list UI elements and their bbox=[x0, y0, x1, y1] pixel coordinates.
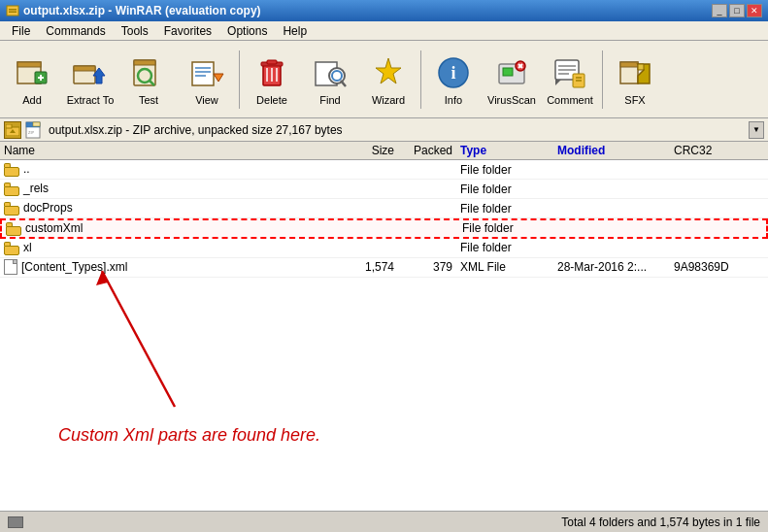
menu-bar: File Commands Tools Favorites Options He… bbox=[0, 21, 768, 41]
file-name: customXml bbox=[25, 221, 83, 235]
status-bar: Total 4 folders and 1,574 bytes in 1 fil… bbox=[0, 511, 768, 532]
svg-rect-12 bbox=[134, 60, 155, 65]
svg-line-57 bbox=[102, 271, 175, 407]
svg-rect-34 bbox=[503, 68, 513, 76]
svg-rect-22 bbox=[267, 60, 277, 64]
delete-label: Delete bbox=[256, 94, 287, 106]
table-row[interactable]: .. File folder bbox=[0, 160, 768, 180]
comment-icon bbox=[551, 53, 589, 92]
find-button[interactable]: Find bbox=[302, 47, 358, 113]
customxml-row[interactable]: customXml File folder bbox=[0, 218, 768, 239]
menu-favorites[interactable]: Favorites bbox=[156, 22, 219, 40]
delete-button[interactable]: Delete bbox=[244, 47, 300, 113]
file-name: _rels bbox=[23, 182, 49, 195]
menu-help[interactable]: Help bbox=[275, 22, 315, 40]
file-type: File folder bbox=[456, 183, 553, 196]
virusscan-label: VirusScan bbox=[487, 94, 536, 106]
up-folder-icon[interactable] bbox=[4, 121, 21, 139]
status-icon bbox=[8, 516, 23, 528]
file-type: File folder bbox=[456, 163, 553, 177]
col-header-name[interactable]: Name bbox=[0, 144, 340, 157]
wizard-label: Wizard bbox=[372, 94, 405, 106]
wizard-button[interactable]: Wizard bbox=[360, 47, 417, 113]
status-text: Total 4 folders and 1,574 bytes in 1 fil… bbox=[561, 515, 760, 529]
folder-up-icon bbox=[4, 162, 19, 177]
extract-to-label: Extract To bbox=[67, 94, 115, 106]
svg-rect-1 bbox=[9, 9, 17, 11]
virusscan-button[interactable]: VirusScan bbox=[484, 47, 540, 113]
add-label: Add bbox=[22, 94, 42, 106]
find-label: Find bbox=[319, 94, 340, 106]
address-bar-text: output.xlsx.zip - ZIP archive, unpacked … bbox=[49, 123, 745, 137]
menu-tools[interactable]: Tools bbox=[114, 22, 156, 40]
comment-button[interactable]: Comment bbox=[542, 47, 598, 113]
file-type: File folder bbox=[456, 202, 553, 216]
address-bar-dropdown[interactable]: ▼ bbox=[749, 121, 764, 139]
svg-rect-0 bbox=[7, 6, 18, 16]
svg-marker-42 bbox=[555, 80, 561, 85]
test-button[interactable]: Test bbox=[120, 47, 177, 113]
folder-icon bbox=[4, 182, 19, 196]
col-header-packed[interactable]: Packed bbox=[398, 144, 456, 157]
file-name: .. bbox=[23, 162, 30, 176]
file-type: XML File bbox=[456, 260, 553, 274]
menu-options[interactable]: Options bbox=[219, 22, 275, 40]
extract-icon bbox=[71, 53, 110, 92]
file-name: [Content_Types].xml bbox=[21, 260, 127, 274]
minimize-button[interactable]: _ bbox=[712, 4, 727, 17]
info-button[interactable]: i Info bbox=[425, 47, 482, 113]
add-icon bbox=[13, 53, 51, 92]
table-row[interactable]: docProps File folder bbox=[0, 199, 768, 218]
file-crc: 9A98369D bbox=[670, 260, 748, 274]
table-row[interactable]: [Content_Types].xml 1,574 379 XML File 2… bbox=[0, 258, 768, 278]
sfx-icon bbox=[616, 53, 654, 92]
file-size: 1,574 bbox=[340, 260, 398, 274]
col-header-type[interactable]: Type bbox=[456, 144, 553, 157]
main-panel: Name Size Packed Type Modified CRC32 .. bbox=[0, 142, 768, 511]
table-row[interactable]: xl File folder bbox=[0, 239, 768, 258]
toolbar: Add Extract To Test bbox=[0, 41, 768, 118]
menu-commands[interactable]: Commands bbox=[38, 22, 113, 40]
xml-file-icon bbox=[4, 259, 17, 275]
comment-label: Comment bbox=[547, 94, 593, 106]
status-left bbox=[8, 516, 23, 528]
extract-to-button[interactable]: Extract To bbox=[62, 47, 118, 113]
view-button[interactable]: View bbox=[179, 47, 235, 113]
annotation-text: Custom Xml parts are found here. bbox=[58, 425, 320, 446]
svg-text:i: i bbox=[451, 63, 455, 83]
toolbar-separator-1 bbox=[239, 50, 240, 109]
file-name: xl bbox=[23, 241, 32, 254]
file-packed: 379 bbox=[398, 260, 456, 274]
title-bar-left: output.xlsx.zip - WinRAR (evaluation cop… bbox=[6, 4, 261, 17]
col-header-size[interactable]: Size bbox=[340, 144, 398, 157]
table-row[interactable]: _rels File folder bbox=[0, 180, 768, 199]
col-header-crc32[interactable]: CRC32 bbox=[670, 144, 748, 157]
add-button[interactable]: Add bbox=[4, 47, 60, 113]
file-type: File folder bbox=[456, 241, 553, 254]
svg-text:ZIP: ZIP bbox=[28, 130, 35, 135]
test-label: Test bbox=[139, 94, 158, 106]
wizard-icon bbox=[369, 53, 408, 92]
view-label: View bbox=[195, 94, 218, 106]
title-bar: output.xlsx.zip - WinRAR (evaluation cop… bbox=[0, 0, 768, 21]
svg-rect-55 bbox=[33, 122, 40, 126]
maximize-button[interactable]: □ bbox=[729, 4, 745, 17]
delete-icon bbox=[252, 53, 291, 92]
svg-rect-2 bbox=[9, 12, 17, 14]
file-name: docProps bbox=[23, 201, 73, 215]
sfx-button[interactable]: SFX bbox=[607, 47, 663, 113]
toolbar-separator-3 bbox=[602, 50, 603, 109]
address-bar: ZIP output.xlsx.zip - ZIP archive, unpac… bbox=[0, 118, 768, 142]
window-title: output.xlsx.zip - WinRAR (evaluation cop… bbox=[23, 4, 261, 17]
svg-marker-30 bbox=[376, 58, 401, 83]
close-button[interactable]: ✕ bbox=[747, 4, 762, 17]
folder-icon bbox=[4, 241, 19, 255]
svg-rect-4 bbox=[17, 62, 41, 67]
file-type: File folder bbox=[458, 221, 555, 235]
folder-icon bbox=[6, 221, 21, 236]
toolbar-separator-2 bbox=[420, 50, 421, 109]
col-header-modified[interactable]: Modified bbox=[553, 144, 670, 157]
file-list-header: Name Size Packed Type Modified CRC32 bbox=[0, 142, 768, 160]
sfx-label: SFX bbox=[624, 94, 645, 106]
menu-file[interactable]: File bbox=[4, 22, 38, 40]
